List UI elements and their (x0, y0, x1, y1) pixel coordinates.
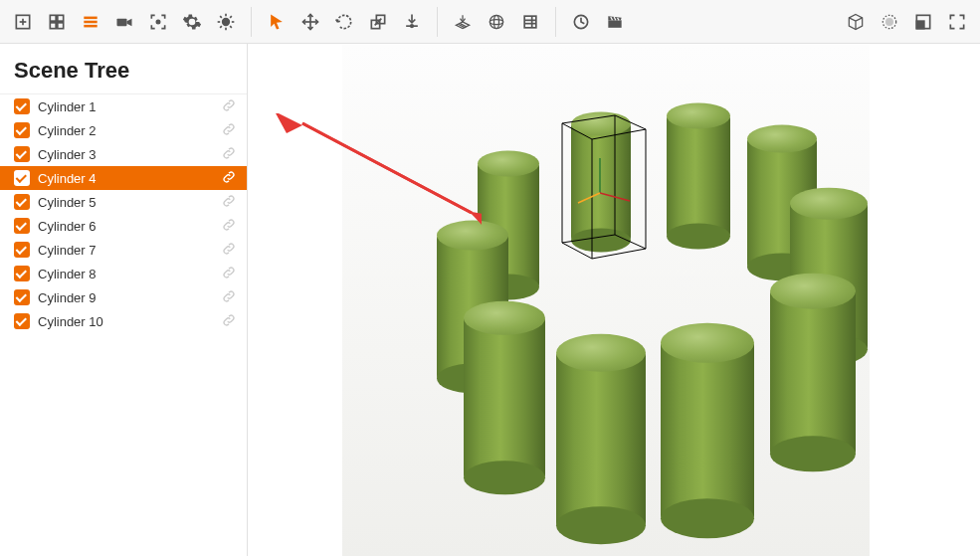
svg-line-55 (578, 193, 600, 203)
move-icon[interactable] (294, 5, 327, 39)
scene-tree-item[interactable]: Cylinder 5 (0, 190, 247, 214)
link-icon[interactable] (221, 193, 237, 212)
visibility-checkbox[interactable] (14, 146, 30, 162)
svg-point-33 (490, 19, 502, 24)
svg-point-34 (494, 15, 499, 28)
svg-rect-35 (524, 16, 536, 28)
scene-tree-item-label: Cylinder 3 (38, 147, 221, 162)
scene-tree-item[interactable]: Cylinder 7 (0, 238, 247, 262)
scene-tree-item-label: Cylinder 6 (38, 219, 221, 234)
rotate-icon[interactable] (327, 5, 361, 39)
visibility-checkbox[interactable] (14, 266, 30, 281)
render-area (342, 44, 870, 556)
grid-icon[interactable] (40, 5, 74, 39)
time-icon[interactable] (564, 5, 598, 39)
svg-rect-5 (50, 22, 56, 28)
svg-rect-6 (58, 22, 64, 28)
ground-icon[interactable] (446, 5, 480, 39)
cylinder-object[interactable] (770, 290, 856, 455)
camera-icon[interactable] (107, 5, 141, 39)
layers-icon[interactable] (513, 5, 547, 39)
svg-point-44 (886, 18, 893, 25)
visibility-checkbox[interactable] (14, 122, 30, 138)
visibility-checkbox[interactable] (14, 218, 30, 234)
visibility-checkbox[interactable] (14, 194, 30, 210)
scene-tree-item-label: Cylinder 10 (38, 314, 221, 329)
link-icon[interactable] (221, 121, 237, 140)
svg-point-11 (156, 20, 159, 23)
list-icon[interactable] (74, 5, 107, 39)
visibility-checkbox[interactable] (14, 242, 30, 258)
link-icon[interactable] (221, 169, 237, 188)
scene-tree-item-label: Cylinder 7 (38, 243, 221, 258)
scene-tree-item-label: Cylinder 1 (38, 99, 221, 114)
link-icon[interactable] (221, 241, 237, 260)
scene-tree-item[interactable]: Cylinder 9 (0, 285, 247, 309)
svg-rect-4 (58, 15, 64, 21)
expand-icon[interactable] (940, 5, 974, 39)
toolbar-separator (437, 7, 438, 37)
cylinder-object[interactable] (464, 317, 545, 478)
scene-tree-list: Cylinder 1Cylinder 2Cylinder 3Cylinder 4… (0, 93, 247, 333)
globe-icon[interactable] (480, 5, 513, 39)
visibility-checkbox[interactable] (14, 98, 30, 114)
visibility-checkbox[interactable] (14, 289, 30, 305)
link-icon[interactable] (221, 145, 237, 164)
scene-tree-item[interactable]: Cylinder 2 (0, 118, 247, 142)
main-toolbar (0, 0, 980, 44)
viewport-3d[interactable] (248, 44, 980, 556)
scene-tree-item-label: Cylinder 9 (38, 290, 221, 305)
cylinder-object[interactable] (667, 115, 730, 237)
visibility-checkbox[interactable] (14, 313, 30, 329)
svg-rect-3 (50, 15, 56, 21)
add-icon[interactable] (6, 5, 40, 39)
svg-marker-47 (562, 115, 646, 139)
svg-rect-10 (117, 18, 127, 26)
toolbar-separator (251, 7, 252, 37)
link-icon[interactable] (221, 265, 237, 283)
scene-tree-item[interactable]: Cylinder 8 (0, 262, 247, 285)
scene-tree-panel: Scene Tree Cylinder 1Cylinder 2Cylinder … (0, 44, 248, 556)
scene-tree-item[interactable]: Cylinder 3 (0, 142, 247, 166)
scene-tree-item-label: Cylinder 2 (38, 123, 221, 138)
selection-bbox (560, 103, 650, 261)
svg-point-28 (411, 24, 414, 27)
shade-icon[interactable] (873, 5, 906, 39)
toolbar-separator (555, 7, 556, 37)
sun-icon[interactable] (209, 5, 243, 39)
scene-tree-item-label: Cylinder 8 (38, 267, 221, 281)
link-icon[interactable] (221, 312, 237, 331)
cube-icon[interactable] (839, 5, 873, 39)
svg-line-19 (230, 16, 232, 18)
scene-tree-item[interactable]: Cylinder 4 (0, 166, 247, 190)
scene-tree-item-label: Cylinder 5 (38, 195, 221, 210)
link-icon[interactable] (221, 97, 237, 116)
settings-icon[interactable] (175, 5, 209, 39)
scale-icon[interactable] (361, 5, 395, 39)
svg-line-18 (230, 26, 232, 28)
scene-tree-item[interactable]: Cylinder 10 (0, 309, 247, 333)
link-icon[interactable] (221, 288, 237, 307)
focus-icon[interactable] (141, 5, 175, 39)
svg-point-12 (223, 18, 230, 25)
svg-rect-46 (916, 21, 924, 28)
cylinder-object[interactable] (661, 342, 754, 519)
snap-icon[interactable] (395, 5, 429, 39)
scene-tree-item[interactable]: Cylinder 6 (0, 214, 247, 238)
clapper-icon[interactable] (598, 5, 632, 39)
scene-tree-title: Scene Tree (0, 44, 247, 93)
panel-icon[interactable] (906, 5, 940, 39)
link-icon[interactable] (221, 217, 237, 236)
svg-line-17 (220, 16, 222, 18)
svg-marker-48 (562, 235, 646, 259)
visibility-checkbox[interactable] (14, 170, 30, 186)
svg-point-32 (490, 15, 502, 28)
scene-tree-item[interactable]: Cylinder 1 (0, 94, 247, 118)
scene-tree-item-label: Cylinder 4 (38, 171, 221, 186)
cursor-icon[interactable] (260, 5, 294, 39)
svg-line-20 (220, 26, 222, 28)
cylinder-object[interactable] (556, 352, 646, 526)
